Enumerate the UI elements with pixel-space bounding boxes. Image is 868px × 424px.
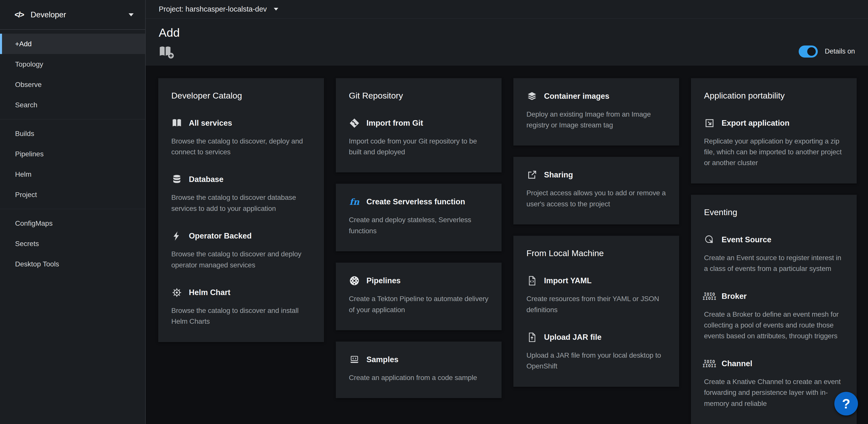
item-description: Create resources from their YAML or JSON… [526,293,666,315]
add-item-channel[interactable]: IOIOIIOII Channel Create a Knative Chann… [704,358,844,409]
item-description: Deploy an existing Image from an Image r… [526,109,666,131]
add-item-event-source[interactable]: Event Source Create an Event source to r… [704,234,844,274]
item-title: Container images [544,92,609,101]
item-title: Broker [721,292,747,301]
sidebar-item-topology[interactable]: Topology [0,54,145,75]
card-column-3: Container images Deploy an existing Imag… [514,78,679,387]
item-title: Channel [721,359,752,368]
item-description: Project access allows you to add or remo… [526,188,666,209]
item-description: Create a Broker to define an event mesh … [704,309,844,342]
add-page-card-grid: Developer Catalog All services Browse th… [146,65,868,424]
share-icon [526,169,537,180]
nav-group-main: +Add Topology Observe Search [0,30,145,119]
bolt-icon [171,230,182,242]
project-selector[interactable]: Project: harshcasper-localsta-dev [159,5,267,13]
add-item-import-yaml[interactable]: Import YAML Create resources from their … [526,275,666,315]
book-icon [171,118,182,129]
add-item-upload-jar-file[interactable]: Upload JAR file Upload a JAR file from y… [526,332,666,372]
add-item-database[interactable]: Database Browse the catalog to discover … [171,174,311,214]
sidebar-item-search[interactable]: Search [0,95,145,115]
perspective-switcher[interactable]: </> Developer [0,0,145,30]
card-title: From Local Machine [526,248,666,258]
add-item-broker[interactable]: IOIOIIOII Broker Create a Broker to defi… [704,291,844,342]
sidebar-item-project[interactable]: Project [0,185,145,205]
card-title: Eventing [704,207,844,217]
add-item-import-from-git[interactable]: Import from Git Import code from your Gi… [349,118,489,158]
item-description: Create a Knative Channel to create an ev… [704,376,844,409]
add-item-sharing[interactable]: Sharing Project access allows you to add… [526,169,666,209]
layers-icon [526,91,537,102]
card-title: Git Repository [349,91,489,101]
sidebar-item-pipelines[interactable]: Pipelines [0,144,145,164]
sidebar-item-configmaps[interactable]: ConfigMaps [0,213,145,233]
add-item-helm-chart[interactable]: Helm Chart Browse the catalog to discove… [171,287,311,327]
sidebar-item-secrets[interactable]: Secrets [0,233,145,254]
chevron-down-icon [129,13,134,16]
card-title: Application portability [704,91,844,101]
perspective-label: Developer [31,10,129,19]
item-title: Create Serverless function [366,197,465,206]
nav-group-resources: Builds Pipelines Helm Project [0,119,145,209]
item-description: Browse the catalog to discover database … [171,192,311,214]
chevron-down-icon [274,8,278,10]
project-bar: Project: harshcasper-localsta-dev [146,0,868,19]
binary-icon: IOIOIIOII [704,291,715,302]
item-title: Event Source [721,235,771,244]
card-pipelines: Pipelines Create a Tekton Pipeline to au… [336,263,502,330]
add-item-pipelines[interactable]: Pipelines Create a Tekton Pipeline to au… [349,275,489,315]
add-item-create-serverless-function[interactable]: fn Create Serverless function Create and… [349,196,489,236]
code-icon: </> [14,10,24,19]
item-title: Export application [721,119,789,128]
item-title: Database [189,175,223,184]
page-header: Add Details on [146,19,868,65]
add-item-operator-backed[interactable]: Operator Backed Browse the catalog to di… [171,230,311,271]
item-description: Replicate your application by exporting … [704,136,844,168]
add-item-export-application[interactable]: Export application Replicate your applic… [704,118,844,168]
details-toggle-label: Details on [825,48,855,55]
item-title: Operator Backed [189,231,252,241]
card-sharing: Sharing Project access allows you to add… [514,157,679,224]
sidebar-item-observe[interactable]: Observe [0,75,145,95]
sidebar-item-builds[interactable]: Builds [0,123,145,144]
git-icon [349,118,360,129]
file-upload-icon [526,332,537,343]
function-icon: fn [349,196,360,207]
sidebar-item-helm[interactable]: Helm [0,164,145,185]
add-item-samples[interactable]: Samples Create an application from a cod… [349,354,489,383]
item-title: Upload JAR file [544,333,601,342]
card-application-portability: Application portability Export applicati… [691,78,857,183]
nav-group-config: ConfigMaps Secrets Desktop Tools [0,209,145,278]
details-toggle-group: Details on [799,46,855,58]
laptop-code-icon [349,354,360,365]
toggle-knob [807,47,816,56]
question-mark-icon: ? [842,396,850,412]
item-title: Import from Git [366,119,423,128]
item-description: Import code from your Git repository to … [349,136,489,158]
book-plus-icon[interactable] [159,46,174,60]
item-description: Browse the catalog to discover, deploy a… [171,136,311,158]
item-description: Create an application from a code sample [349,372,489,383]
add-item-container-images[interactable]: Container images Deploy an existing Imag… [526,91,666,131]
item-title: Sharing [544,170,573,179]
event-source-icon [704,234,715,245]
file-code-icon [526,275,537,286]
pipelines-icon [349,275,360,286]
help-button[interactable]: ? [834,392,858,416]
card-title: Developer Catalog [171,91,311,101]
card-git-repository: Git Repository Import from Git Import co… [336,78,502,173]
item-description: Create an Event source to register inter… [704,252,844,274]
sidebar-item-add[interactable]: +Add [0,34,145,54]
details-toggle-switch[interactable] [799,46,818,58]
export-icon [704,118,715,129]
item-description: Browse the catalog to discover and deplo… [171,249,311,271]
item-title: Samples [366,355,399,364]
sidebar-item-desktop-tools[interactable]: Desktop Tools [0,254,145,274]
item-description: Create and deploy stateless, Serverless … [349,215,489,236]
add-item-all-services[interactable]: All services Browse the catalog to disco… [171,118,311,158]
card-column-2: Git Repository Import from Git Import co… [336,78,502,398]
card-serverless-function: fn Create Serverless function Create and… [336,184,502,251]
item-title: All services [189,119,232,128]
card-eventing: Eventing Event Source Create an Event so… [691,195,857,424]
binary-icon: IOIOIIOII [704,358,715,369]
card-column-4: Application portability Export applicati… [691,78,857,424]
